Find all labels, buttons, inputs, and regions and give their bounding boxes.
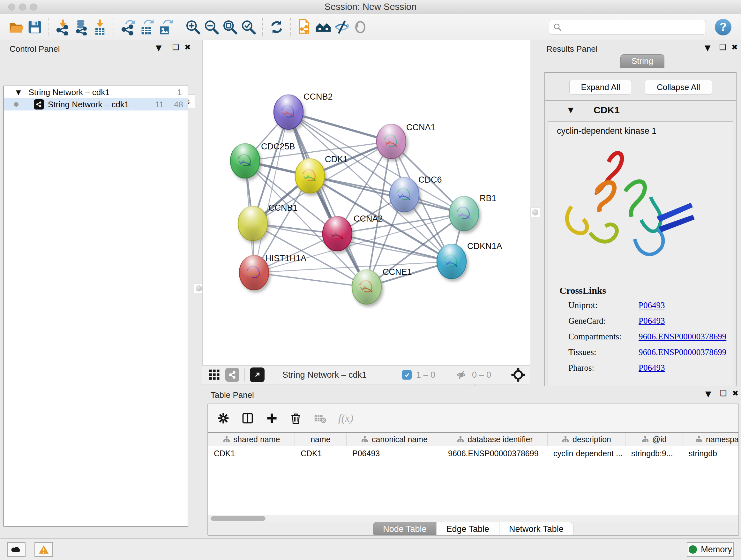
crosslink-value[interactable]: P06493 xyxy=(638,363,665,373)
panel-close-icon[interactable]: ✖ xyxy=(731,43,738,52)
table-cell[interactable]: P06493 xyxy=(347,446,442,460)
hide-eye-icon[interactable] xyxy=(333,18,351,37)
shared-column-icon xyxy=(562,435,569,443)
node-CCNE1[interactable] xyxy=(352,269,381,304)
import-table-icon[interactable] xyxy=(91,18,109,37)
export-table-icon[interactable] xyxy=(137,18,156,37)
node-CDK1[interactable] xyxy=(295,158,325,193)
node-CCNB1[interactable] xyxy=(238,206,267,241)
birdseye-view-icon[interactable] xyxy=(250,368,265,382)
zoom-out-icon[interactable] xyxy=(202,18,221,37)
zoom-selected-icon[interactable] xyxy=(239,18,258,37)
splitter-handle-icon[interactable] xyxy=(532,209,538,215)
table-cell[interactable]: cyclin-dependent ... xyxy=(548,446,625,460)
panel-dropdown-icon[interactable]: ▼ xyxy=(705,389,711,398)
tab-edge-table[interactable]: Edge Table xyxy=(436,522,499,536)
crosslink-value[interactable]: P06493 xyxy=(638,316,665,326)
panel-close-icon[interactable]: ✖ xyxy=(732,389,738,398)
column-header--id[interactable]: @id xyxy=(625,433,683,446)
refresh-icon[interactable] xyxy=(267,18,286,37)
network-view-title: String Network – cdk1 xyxy=(282,370,367,380)
share-view-icon[interactable] xyxy=(225,368,239,382)
column-header-description[interactable]: description xyxy=(548,433,625,446)
tree-expand-icon[interactable]: ▼ xyxy=(16,88,21,96)
toolbar-separator xyxy=(290,18,291,36)
crosslink-value[interactable]: 9606.ENSP00000378699 xyxy=(638,332,726,341)
crosslink-value[interactable]: 9606.ENSP00000378699 xyxy=(638,348,726,357)
column-header-name[interactable]: name xyxy=(295,433,347,446)
table-cell[interactable]: stringdb:9... xyxy=(625,446,683,460)
column-header-shared-name[interactable]: shared name xyxy=(208,433,295,446)
edge-HIST1H1A-CCNE1[interactable] xyxy=(254,273,367,287)
table-row[interactable]: CDK1CDK1P064939606.ENSP00000378699cyclin… xyxy=(208,446,738,460)
share-file-icon[interactable] xyxy=(295,18,314,37)
search-box[interactable] xyxy=(549,20,706,35)
right-splitter[interactable] xyxy=(530,40,540,386)
node-CDKN1A[interactable] xyxy=(437,244,466,279)
crosslink-row: GeneCard:P06493 xyxy=(568,316,728,326)
help-icon[interactable]: ? xyxy=(715,19,731,36)
node-CCNA1[interactable] xyxy=(377,124,406,159)
column-header-canonical-name[interactable]: canonical name xyxy=(347,433,442,446)
tab-string[interactable]: String xyxy=(620,54,664,68)
node-RB1[interactable] xyxy=(449,196,479,231)
section-collapse-icon[interactable]: ▼ xyxy=(568,106,574,114)
column-header-namespace[interactable]: namespace xyxy=(683,433,739,446)
tab-node-table[interactable]: Node Table xyxy=(373,522,436,536)
collapse-all-button[interactable]: Collapse All xyxy=(645,80,712,95)
tab-network-table[interactable]: Network Table xyxy=(499,522,574,536)
export-network-icon[interactable] xyxy=(119,18,137,37)
node-CDC6[interactable] xyxy=(390,177,419,212)
panel-dropdown-icon[interactable]: ▼ xyxy=(704,44,711,52)
fit-target-icon[interactable] xyxy=(511,367,526,382)
node-CDC25B[interactable] xyxy=(230,143,260,178)
node-HIST1H1A[interactable] xyxy=(239,255,269,290)
gear-icon[interactable] xyxy=(217,412,230,425)
protein-section-header[interactable]: ▼ CDK1 xyxy=(545,102,736,120)
network-row-selected[interactable]: String Network – cdk1 11 48 xyxy=(4,98,188,111)
network-collection-row[interactable]: ▼ String Network – cdk1 1 xyxy=(4,86,188,98)
edge-CCNB2-HIST1H1A[interactable] xyxy=(254,112,288,273)
open-folder-icon[interactable] xyxy=(7,18,25,37)
grid-view-icon[interactable] xyxy=(208,368,221,381)
network-canvas[interactable]: CCNB2CCNA1CDC25BCDK1CDC6RB1CCNB1CCNA2CDK… xyxy=(202,40,530,365)
node-label-CDC25B: CDC25B xyxy=(261,142,295,151)
warning-icon[interactable] xyxy=(35,542,53,557)
table-cell[interactable]: CDK1 xyxy=(295,446,347,460)
panel-dropdown-icon[interactable]: ▼ xyxy=(156,44,161,52)
eye-icon[interactable] xyxy=(351,18,369,37)
node-CCNB2[interactable] xyxy=(274,94,303,129)
column-icon[interactable] xyxy=(241,412,254,425)
column-label: shared name xyxy=(233,435,280,444)
memory-button[interactable]: Memory xyxy=(687,542,734,557)
add-icon[interactable] xyxy=(266,412,278,425)
table-cell[interactable]: stringdb xyxy=(683,446,739,460)
panel-float-icon[interactable]: ❑ xyxy=(172,43,179,52)
table-cell[interactable]: 9606.ENSP00000378699 xyxy=(442,446,548,460)
zoom-in-icon[interactable] xyxy=(184,18,202,37)
panel-float-icon[interactable]: ❑ xyxy=(719,43,726,52)
delete-icon[interactable] xyxy=(290,412,302,425)
selected-checkbox-icon[interactable] xyxy=(402,370,412,380)
homes-icon[interactable] xyxy=(314,18,333,37)
zoom-fit-icon[interactable] xyxy=(221,18,239,37)
network-view-toolbar: String Network – cdk1 1 – 0 0 – 0 xyxy=(202,365,530,384)
table-cell[interactable]: CDK1 xyxy=(208,446,295,460)
save-icon[interactable] xyxy=(25,18,44,37)
crosslink-value[interactable]: P06493 xyxy=(638,300,665,310)
search-input[interactable] xyxy=(565,22,702,32)
panel-close-icon[interactable]: ✖ xyxy=(185,43,191,52)
crosslinks-list: Uniprot:P06493GeneCard:P06493Compartment… xyxy=(568,300,728,379)
horizontal-scrollbar[interactable] xyxy=(208,515,738,522)
export-image-icon[interactable] xyxy=(156,18,174,37)
splitter-handle-icon[interactable] xyxy=(196,285,202,292)
node-CCNA2[interactable] xyxy=(323,216,352,251)
panel-float-icon[interactable]: ❑ xyxy=(720,389,727,398)
column-header-database-identifier[interactable]: database identifier xyxy=(442,433,548,446)
expand-all-button[interactable]: Expand All xyxy=(569,80,632,95)
cloud-icon[interactable] xyxy=(7,542,25,557)
left-splitter[interactable] xyxy=(195,40,202,538)
import-database-icon[interactable] xyxy=(72,18,91,37)
import-network-icon[interactable] xyxy=(54,18,72,37)
scrollbar-thumb[interactable] xyxy=(211,516,266,521)
